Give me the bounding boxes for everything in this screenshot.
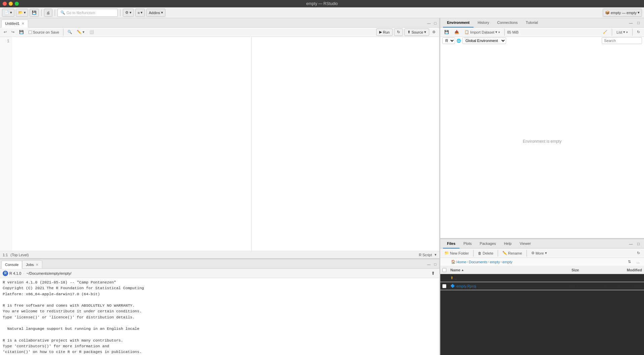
save-icon: 💾 [32,10,37,15]
rproj-checkbox[interactable] [442,284,446,288]
redo-icon: ↪ [11,30,14,34]
editor-area[interactable] [12,37,251,251]
source-on-save-button[interactable]: Source on Save [27,29,61,36]
redo-button[interactable]: ↪ [10,29,16,36]
viewer-tab[interactable]: Viewer [515,239,535,249]
plots-tab[interactable]: Plots [459,239,476,249]
console-content[interactable]: R version 4.1.0 (2021-05-18) -- "Camp Po… [0,278,439,355]
header-checkbox[interactable] [442,268,446,272]
r-version-label: R 4.1.0 [9,271,21,275]
source-on-save-checkbox[interactable] [29,31,32,34]
connections-tab[interactable]: Connections [493,18,522,28]
jobs-tab[interactable]: Jobs × [22,260,42,268]
rproj-check[interactable] [442,284,450,288]
script-type-dropdown[interactable]: ▾ [435,253,437,257]
jobs-tab-close[interactable]: × [36,262,39,267]
folder-icon: 📁 [444,251,449,255]
maximize-button[interactable] [15,2,19,6]
save-button[interactable]: 💾 [30,9,39,17]
console-collapse-icon[interactable]: — [426,262,432,267]
editor-right-pane[interactable] [252,37,439,251]
console-scroll-up-button[interactable]: ⬆ [430,270,437,277]
load-env-button[interactable]: 📥 [452,29,461,36]
rproj-modified: Sep 27, 2021, 12:49 PM [582,284,642,288]
files-refresh-button[interactable]: ↻ [635,250,642,257]
modified-column-header[interactable]: Modified [582,268,642,272]
source-button[interactable]: ⬆ Source ▾ [404,29,429,36]
close-button[interactable] [3,2,7,6]
env-collapse-button[interactable]: — [627,19,634,26]
files-breadcrumb-right: ⇅ … [626,258,642,266]
new-folder-button[interactable]: 📁 New Folder [442,250,471,257]
tutorial-tab[interactable]: Tutorial [522,18,542,28]
import-dataset-button[interactable]: 📋 Import Dataset ▾ [462,29,502,36]
history-tab[interactable]: History [474,18,493,28]
undo-button[interactable]: ↩ [2,29,8,36]
code-tools-menu-button[interactable]: ✏️ ▾ [75,29,86,36]
rename-file-button[interactable]: ✏️ Rename [500,250,524,257]
clear-env-button[interactable]: 🧹 [601,29,609,36]
files-tab[interactable]: Files [443,239,459,249]
console-tab-label: Console [5,263,18,267]
list-view-button[interactable]: List ▾ [614,29,630,36]
run-label: Run [383,30,390,34]
tutorial-tab-label: Tutorial [526,20,538,25]
open-file-button[interactable]: 📂 ▾ [16,9,28,17]
packages-tab[interactable]: Packages [476,239,500,249]
print-button[interactable]: 🖨 [44,9,52,17]
tab-close-icon[interactable]: × [21,21,24,26]
editor-options-button[interactable]: ⚙ [431,29,437,36]
files-expand-button[interactable]: □ [636,240,641,247]
tools-button[interactable]: ≡ ▾ [135,9,145,17]
find-button[interactable]: 🔍 [66,29,74,36]
environment-tab[interactable]: Environment [443,18,474,28]
sync-files-button[interactable]: ⇅ [626,258,633,266]
delete-file-button[interactable]: 🗑 Delete [476,250,495,257]
refresh-env-button[interactable]: ↻ [635,29,642,36]
addins-button[interactable]: Addins ▾ [146,9,165,17]
breadcrumb-more-button[interactable]: … [634,258,642,266]
console-tab[interactable]: Console [1,261,22,269]
tab-collapse-icon[interactable]: — [426,20,432,26]
help-tab[interactable]: Help [500,239,516,249]
size-column-header[interactable]: Size [555,268,582,272]
re-run-button[interactable]: ↻ [394,29,403,36]
editor-tab-untitled1[interactable]: Untitled1 × [1,19,28,28]
go-to-file-input[interactable]: 🔍 Go to file/function [57,9,118,17]
more-button[interactable]: ⚙ More ▾ [529,250,549,257]
files-sep-1 [473,250,474,257]
tab-expand-icon[interactable]: □ [433,20,438,26]
save-env-button[interactable]: 💾 [442,29,451,36]
packages-tab-label: Packages [480,241,496,246]
breadcrumb-documents[interactable]: Documents [469,260,488,264]
print-icon: 🖨 [46,11,50,15]
show-in-new-window-button[interactable]: ⬜ [88,29,96,36]
history-tab-label: History [478,20,489,25]
code-tools-button[interactable]: ⚙ ▾ [123,9,134,17]
editor-content: 1 [0,37,439,251]
new-file-button[interactable]: 📄 ▾ [2,9,14,17]
r-selector[interactable]: R [442,37,455,44]
name-column-header[interactable]: Name ▲ [450,268,555,272]
env-tab-bar: Environment History Connections Tutorial… [440,18,644,28]
global-env-selector[interactable]: Global Environment [462,37,506,44]
console-expand-icon[interactable]: □ [433,262,438,267]
files-collapse-button[interactable]: — [627,240,634,247]
env-search-input[interactable] [602,37,642,44]
breadcrumb-home[interactable]: Home [456,260,466,264]
header-check[interactable] [442,268,450,272]
project-button[interactable]: 📦 empty — empty ▾ [603,9,642,17]
file-row-rproj[interactable]: 🔷 empty.Rproj 205 B Sep 27, 2021, 12:49 … [440,282,644,290]
run-button[interactable]: ▶ Run [376,29,393,36]
file-row-parent[interactable]: ⬆ .. [440,274,644,282]
addins-dropdown-icon: ▾ [161,10,163,15]
home-icon: 🏠 [451,260,456,264]
breadcrumb-empty2[interactable]: empty [502,260,512,264]
window-title: empty — RStudio [306,1,338,6]
breadcrumb-empty1[interactable]: empty [490,260,500,264]
env-expand-button[interactable]: □ [636,19,641,26]
minimize-button[interactable] [9,2,13,6]
save-file-button[interactable]: 💾 [17,29,26,36]
project-icon: 📦 [605,10,610,15]
env-sep-2 [612,29,612,36]
